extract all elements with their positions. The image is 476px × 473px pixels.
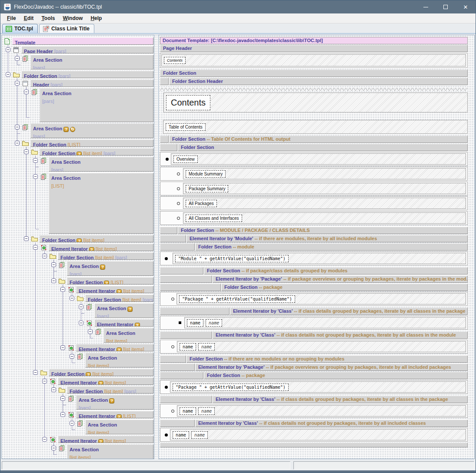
tree-node-element-iterator[interactable]: Element Iterator? [list items] xyxy=(3,377,153,385)
template-text-box[interactable]: All Packages xyxy=(186,200,217,207)
tree-node-area-section[interactable]: Area Section[pars] xyxy=(3,157,153,172)
doc-section-element-iterator-by-package-20[interactable]: Element Iterator by 'Package' -- if pack… xyxy=(160,275,468,283)
tree-node-bar[interactable]: Element Iterator? [list items] xyxy=(49,244,153,251)
collapse-handle-icon[interactable] xyxy=(60,412,65,417)
doc-section-folder-section-9[interactable]: Folder Section xyxy=(160,144,468,151)
section-header-bar[interactable]: Element Iterator by 'Package' -- if pack… xyxy=(195,364,468,371)
tree-node-folder-section[interactable]: Folder Section [list item] [pars] xyxy=(3,294,153,302)
tree-node-folder-section[interactable]: Folder Section? [LIST] xyxy=(3,277,153,284)
doc-section-folder-section-header-3[interactable]: Folder Section Header xyxy=(160,78,468,85)
tree-node-bar[interactable]: Area Section[list items] xyxy=(103,328,153,343)
template-text-box[interactable]: Table of Contents xyxy=(166,123,206,131)
content-area-box[interactable]: namename xyxy=(170,429,466,440)
tree-node-element-iterator[interactable]: Element Iterator? [list items] xyxy=(3,286,153,293)
tree-node-bar[interactable]: Header [pars] xyxy=(30,79,153,87)
template-text-box[interactable]: name xyxy=(206,319,222,327)
collapse-handle-icon[interactable] xyxy=(42,254,47,258)
content-area-box[interactable]: "Package " + getAttrValue("qualifiedName… xyxy=(170,381,466,393)
tree-node-bar[interactable]: Area Section?[pars] xyxy=(67,261,153,276)
maximize-button[interactable] xyxy=(436,0,456,13)
tree-node-page-header[interactable]: Page Header [pars] xyxy=(3,46,153,53)
collapse-handle-icon[interactable] xyxy=(33,158,38,163)
tree-node-bar[interactable]: Area Section[list items] xyxy=(85,420,153,434)
collapse-handle-icon[interactable] xyxy=(33,370,38,375)
tree-node-bar[interactable]: Folder Section [list item] [pars] xyxy=(67,386,153,394)
collapse-handle-icon[interactable] xyxy=(33,174,38,179)
section-header-bar[interactable]: Folder Section Header xyxy=(169,78,468,85)
tree-node-bar[interactable]: Element Iterator? [list items] xyxy=(58,436,153,443)
doc-section-element-iterator-by-module-16[interactable]: Element Iterator by 'Module' -- if there… xyxy=(160,235,468,242)
collapse-handle-icon[interactable] xyxy=(70,421,74,426)
doc-section-folder-section-19[interactable]: Folder Section -- if package/class detai… xyxy=(160,267,468,275)
tree-node-header[interactable]: Header [pars] xyxy=(3,79,153,87)
section-header-bar[interactable]: Folder Section -- MODULE / PACKAGE / CLA… xyxy=(178,227,468,234)
tree-node-bar[interactable]: Element Iterator? [list items] xyxy=(76,344,153,351)
collapse-handle-icon[interactable] xyxy=(70,296,74,301)
doc-section-folder-section-27[interactable]: Folder Section -- if there are no module… xyxy=(160,355,468,363)
tree-node-bar[interactable]: Element Iterator? [list items] xyxy=(76,286,153,293)
content-area-box[interactable]: Contents xyxy=(161,54,466,66)
content-area-box[interactable]: Overview xyxy=(171,153,466,165)
collapse-handle-icon[interactable] xyxy=(15,56,20,61)
collapse-handle-icon[interactable] xyxy=(79,304,83,309)
template-text-box[interactable]: "Package " + getAttrValue("qualifiedName… xyxy=(173,384,289,391)
collapse-handle-icon[interactable] xyxy=(51,446,56,450)
section-header-bar[interactable]: Folder Section -- package xyxy=(204,372,468,379)
doc-section-folder-section-17[interactable]: Folder Section -- module xyxy=(160,243,468,251)
tree-node-folder-section[interactable]: Folder Section [pars] xyxy=(3,71,153,78)
tree-node-bar[interactable]: Area Section[pars] xyxy=(40,88,153,122)
tree-node-area-section[interactable]: Area Section?[pars] xyxy=(3,303,153,318)
tree-node-folder-section[interactable]: Folder Section [list item] [pars] xyxy=(3,252,153,260)
tree-node-bar[interactable]: Page Header [pars] xyxy=(21,46,153,53)
tree-node-area-section[interactable]: Area Section[list items] xyxy=(3,328,153,343)
tree-node-bar[interactable]: Area Section?[pars] xyxy=(76,395,153,410)
template-text-box[interactable]: "Package " + getAttrValue("qualifiedName… xyxy=(179,295,295,303)
tree-node-bar[interactable]: Area Section?↻[pars] xyxy=(30,123,153,138)
tree-node-bar[interactable]: Folder Section? [LIST] xyxy=(67,277,153,284)
collapse-handle-icon[interactable] xyxy=(60,287,65,292)
tree-node-area-section[interactable]: Area Section?[pars] xyxy=(3,395,153,410)
collapse-handle-icon[interactable] xyxy=(42,437,47,442)
template-text-box[interactable]: name xyxy=(187,319,203,327)
doc-section-page-header-0[interactable]: Page Header xyxy=(160,45,468,52)
menu-file[interactable]: File xyxy=(3,14,20,22)
content-area-box[interactable]: All Classes and Interfaces xyxy=(183,212,466,224)
content-area-box[interactable]: "Module " + getAttrValue("qualifiedName"… xyxy=(173,253,466,264)
split-divider[interactable] xyxy=(154,35,158,459)
template-text-box[interactable]: name xyxy=(198,343,215,351)
tree-node-area-section[interactable]: Area Section[list items] xyxy=(3,444,153,459)
tree-node-bar[interactable]: Area Section[list items] xyxy=(67,444,153,459)
menu-window[interactable]: Window xyxy=(59,14,87,22)
doc-section-folder-section-15[interactable]: Folder Section -- MODULE / PACKAGE / CLA… xyxy=(160,227,468,234)
minimize-button[interactable] xyxy=(416,0,436,13)
section-header-bar[interactable]: Page Header xyxy=(160,45,468,52)
tree-node-element-iterator[interactable]: Element Iterator? [LIST] xyxy=(3,411,153,418)
collapse-handle-icon[interactable] xyxy=(24,149,29,154)
section-header-bar[interactable]: Element Iterator by 'Module' -- if there… xyxy=(186,235,468,242)
tree-node-bar[interactable]: Folder Section [list item] [pars] xyxy=(85,294,153,302)
collapse-handle-icon[interactable] xyxy=(88,329,93,334)
tree-node-bar[interactable]: Folder Section? [list items] xyxy=(49,369,153,376)
template-text-box[interactable]: name xyxy=(180,407,196,415)
doc-section-folder-section-29[interactable]: Folder Section -- package xyxy=(160,372,468,379)
tree-node-folder-section[interactable]: Folder Section? [list item] [pars] xyxy=(3,148,153,155)
collapse-handle-icon[interactable] xyxy=(15,81,20,86)
doc-section-folder-section-2[interactable]: Folder Section xyxy=(160,69,468,77)
template-text-box[interactable]: name xyxy=(173,431,189,439)
doc-section-folder-section-21[interactable]: Folder Section -- package xyxy=(160,284,468,291)
tree-node-element-iterator[interactable]: Element Iterator? [list items] xyxy=(3,436,153,443)
collapse-handle-icon[interactable] xyxy=(70,354,74,359)
collapse-handle-icon[interactable] xyxy=(51,387,56,392)
tree-node-folder-section[interactable]: Folder Section [LIST] xyxy=(3,139,153,147)
close-button[interactable]: ✕ xyxy=(456,0,476,13)
content-area-box[interactable]: Module Summary xyxy=(183,168,466,179)
collapse-handle-icon[interactable] xyxy=(24,89,29,94)
section-header-bar[interactable]: Element Iterator by 'Class' -- if class … xyxy=(213,396,468,403)
tree-node-element-iterator[interactable]: Element Iterator? [list items] xyxy=(3,244,153,251)
menu-help[interactable]: Help xyxy=(87,14,106,22)
collapse-handle-icon[interactable] xyxy=(15,125,20,129)
content-area-box[interactable]: Table of Contents xyxy=(163,120,468,134)
tree-node-template[interactable]: Template xyxy=(3,37,153,45)
tree-node-area-section[interactable]: Area Section?↻[pars] xyxy=(3,123,153,138)
doc-section-folder-section-8[interactable]: Folder Section -- Table Of Contents for … xyxy=(160,136,468,143)
